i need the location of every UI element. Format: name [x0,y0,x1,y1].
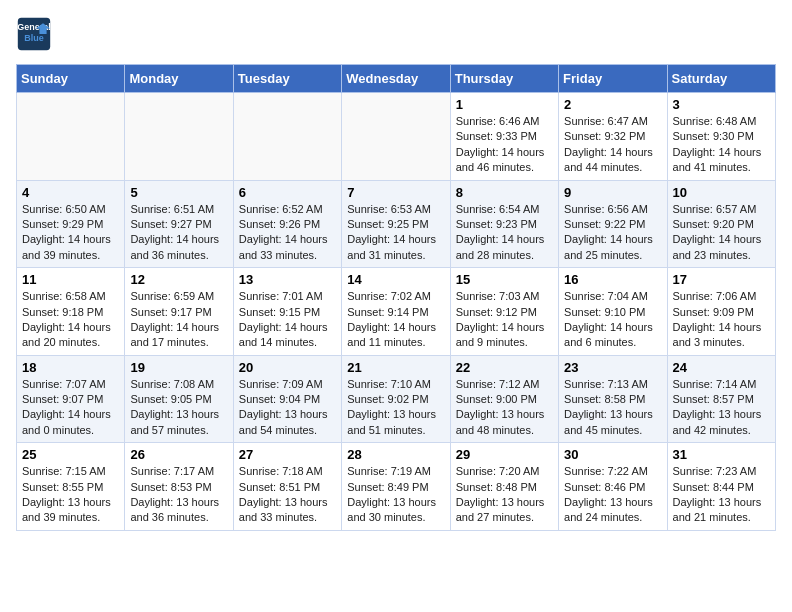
day-info: Sunrise: 7:06 AM Sunset: 9:09 PM Dayligh… [673,289,770,351]
calendar-cell: 20Sunrise: 7:09 AM Sunset: 9:04 PM Dayli… [233,355,341,443]
day-number: 29 [456,447,553,462]
day-number: 3 [673,97,770,112]
day-number: 14 [347,272,444,287]
calendar-cell: 7Sunrise: 6:53 AM Sunset: 9:25 PM Daylig… [342,180,450,268]
day-info: Sunrise: 6:51 AM Sunset: 9:27 PM Dayligh… [130,202,227,264]
day-header-saturday: Saturday [667,65,775,93]
day-number: 19 [130,360,227,375]
calendar-cell: 14Sunrise: 7:02 AM Sunset: 9:14 PM Dayli… [342,268,450,356]
day-header-sunday: Sunday [17,65,125,93]
day-info: Sunrise: 6:58 AM Sunset: 9:18 PM Dayligh… [22,289,119,351]
day-info: Sunrise: 7:22 AM Sunset: 8:46 PM Dayligh… [564,464,661,526]
day-info: Sunrise: 6:46 AM Sunset: 9:33 PM Dayligh… [456,114,553,176]
day-info: Sunrise: 7:08 AM Sunset: 9:05 PM Dayligh… [130,377,227,439]
calendar-cell: 11Sunrise: 6:58 AM Sunset: 9:18 PM Dayli… [17,268,125,356]
day-info: Sunrise: 6:47 AM Sunset: 9:32 PM Dayligh… [564,114,661,176]
day-number: 20 [239,360,336,375]
logo: General Blue [16,16,52,52]
day-number: 24 [673,360,770,375]
calendar-cell: 17Sunrise: 7:06 AM Sunset: 9:09 PM Dayli… [667,268,775,356]
day-number: 18 [22,360,119,375]
day-info: Sunrise: 6:57 AM Sunset: 9:20 PM Dayligh… [673,202,770,264]
calendar-cell [233,93,341,181]
calendar-cell: 3Sunrise: 6:48 AM Sunset: 9:30 PM Daylig… [667,93,775,181]
day-info: Sunrise: 7:23 AM Sunset: 8:44 PM Dayligh… [673,464,770,526]
day-header-tuesday: Tuesday [233,65,341,93]
calendar-cell: 5Sunrise: 6:51 AM Sunset: 9:27 PM Daylig… [125,180,233,268]
calendar-cell: 1Sunrise: 6:46 AM Sunset: 9:33 PM Daylig… [450,93,558,181]
day-info: Sunrise: 7:02 AM Sunset: 9:14 PM Dayligh… [347,289,444,351]
day-number: 30 [564,447,661,462]
calendar-cell: 19Sunrise: 7:08 AM Sunset: 9:05 PM Dayli… [125,355,233,443]
day-info: Sunrise: 6:52 AM Sunset: 9:26 PM Dayligh… [239,202,336,264]
day-number: 25 [22,447,119,462]
day-info: Sunrise: 7:03 AM Sunset: 9:12 PM Dayligh… [456,289,553,351]
day-info: Sunrise: 7:04 AM Sunset: 9:10 PM Dayligh… [564,289,661,351]
calendar-cell: 26Sunrise: 7:17 AM Sunset: 8:53 PM Dayli… [125,443,233,531]
day-info: Sunrise: 6:50 AM Sunset: 9:29 PM Dayligh… [22,202,119,264]
calendar-cell: 28Sunrise: 7:19 AM Sunset: 8:49 PM Dayli… [342,443,450,531]
calendar-cell: 18Sunrise: 7:07 AM Sunset: 9:07 PM Dayli… [17,355,125,443]
day-header-wednesday: Wednesday [342,65,450,93]
day-number: 6 [239,185,336,200]
calendar-cell: 31Sunrise: 7:23 AM Sunset: 8:44 PM Dayli… [667,443,775,531]
day-info: Sunrise: 7:13 AM Sunset: 8:58 PM Dayligh… [564,377,661,439]
calendar-cell: 21Sunrise: 7:10 AM Sunset: 9:02 PM Dayli… [342,355,450,443]
day-info: Sunrise: 6:56 AM Sunset: 9:22 PM Dayligh… [564,202,661,264]
day-number: 2 [564,97,661,112]
day-info: Sunrise: 7:12 AM Sunset: 9:00 PM Dayligh… [456,377,553,439]
calendar-cell: 9Sunrise: 6:56 AM Sunset: 9:22 PM Daylig… [559,180,667,268]
day-number: 10 [673,185,770,200]
day-number: 15 [456,272,553,287]
calendar-cell: 22Sunrise: 7:12 AM Sunset: 9:00 PM Dayli… [450,355,558,443]
day-number: 16 [564,272,661,287]
day-number: 17 [673,272,770,287]
calendar-cell: 4Sunrise: 6:50 AM Sunset: 9:29 PM Daylig… [17,180,125,268]
week-row-1: 1Sunrise: 6:46 AM Sunset: 9:33 PM Daylig… [17,93,776,181]
day-header-thursday: Thursday [450,65,558,93]
calendar-cell: 29Sunrise: 7:20 AM Sunset: 8:48 PM Dayli… [450,443,558,531]
calendar-cell: 8Sunrise: 6:54 AM Sunset: 9:23 PM Daylig… [450,180,558,268]
day-number: 1 [456,97,553,112]
day-number: 8 [456,185,553,200]
calendar-cell: 25Sunrise: 7:15 AM Sunset: 8:55 PM Dayli… [17,443,125,531]
calendar-header-row: SundayMondayTuesdayWednesdayThursdayFrid… [17,65,776,93]
day-number: 23 [564,360,661,375]
day-header-monday: Monday [125,65,233,93]
calendar-cell [342,93,450,181]
calendar-cell: 10Sunrise: 6:57 AM Sunset: 9:20 PM Dayli… [667,180,775,268]
day-number: 4 [22,185,119,200]
calendar-cell: 23Sunrise: 7:13 AM Sunset: 8:58 PM Dayli… [559,355,667,443]
day-info: Sunrise: 7:19 AM Sunset: 8:49 PM Dayligh… [347,464,444,526]
day-info: Sunrise: 7:17 AM Sunset: 8:53 PM Dayligh… [130,464,227,526]
logo-icon: General Blue [16,16,52,52]
day-info: Sunrise: 6:48 AM Sunset: 9:30 PM Dayligh… [673,114,770,176]
day-number: 21 [347,360,444,375]
day-number: 13 [239,272,336,287]
day-info: Sunrise: 7:10 AM Sunset: 9:02 PM Dayligh… [347,377,444,439]
day-info: Sunrise: 7:20 AM Sunset: 8:48 PM Dayligh… [456,464,553,526]
week-row-2: 4Sunrise: 6:50 AM Sunset: 9:29 PM Daylig… [17,180,776,268]
day-info: Sunrise: 7:09 AM Sunset: 9:04 PM Dayligh… [239,377,336,439]
day-info: Sunrise: 7:18 AM Sunset: 8:51 PM Dayligh… [239,464,336,526]
calendar-cell: 15Sunrise: 7:03 AM Sunset: 9:12 PM Dayli… [450,268,558,356]
day-info: Sunrise: 6:53 AM Sunset: 9:25 PM Dayligh… [347,202,444,264]
calendar-cell: 16Sunrise: 7:04 AM Sunset: 9:10 PM Dayli… [559,268,667,356]
day-info: Sunrise: 7:15 AM Sunset: 8:55 PM Dayligh… [22,464,119,526]
day-info: Sunrise: 6:59 AM Sunset: 9:17 PM Dayligh… [130,289,227,351]
calendar-cell [17,93,125,181]
day-number: 28 [347,447,444,462]
svg-text:Blue: Blue [24,33,44,43]
day-header-friday: Friday [559,65,667,93]
day-number: 11 [22,272,119,287]
day-info: Sunrise: 7:14 AM Sunset: 8:57 PM Dayligh… [673,377,770,439]
day-info: Sunrise: 7:07 AM Sunset: 9:07 PM Dayligh… [22,377,119,439]
calendar-cell: 30Sunrise: 7:22 AM Sunset: 8:46 PM Dayli… [559,443,667,531]
calendar-cell: 2Sunrise: 6:47 AM Sunset: 9:32 PM Daylig… [559,93,667,181]
calendar-cell: 24Sunrise: 7:14 AM Sunset: 8:57 PM Dayli… [667,355,775,443]
day-number: 31 [673,447,770,462]
calendar-cell: 27Sunrise: 7:18 AM Sunset: 8:51 PM Dayli… [233,443,341,531]
day-info: Sunrise: 6:54 AM Sunset: 9:23 PM Dayligh… [456,202,553,264]
day-number: 12 [130,272,227,287]
day-info: Sunrise: 7:01 AM Sunset: 9:15 PM Dayligh… [239,289,336,351]
